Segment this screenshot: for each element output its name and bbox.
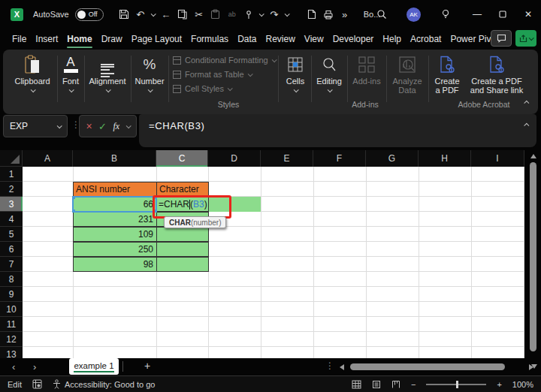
close-button[interactable]: ✕ <box>515 0 541 29</box>
cell-c6[interactable] <box>156 242 209 257</box>
cut-icon[interactable]: ✂ <box>191 5 207 23</box>
row-header-12[interactable]: 12 <box>0 332 23 347</box>
clipboard-group-button[interactable]: Clipboard <box>9 53 56 92</box>
font-group-button[interactable]: A Font <box>59 53 83 92</box>
formula-bar-input[interactable]: =CHAR(B3) <box>139 114 536 147</box>
macro-record-icon[interactable] <box>32 379 42 389</box>
cell-c2[interactable]: Character <box>156 182 209 197</box>
expand-formula-bar-icon[interactable] <box>524 123 529 128</box>
zoom-slider-knob[interactable] <box>456 381 458 388</box>
insert-function-dropdown-icon[interactable] <box>125 123 131 128</box>
page-layout-view-icon[interactable] <box>372 380 381 389</box>
horizontal-scrollbar[interactable] <box>340 363 533 370</box>
cell-b6[interactable]: 250 <box>73 242 157 257</box>
cell-c7[interactable] <box>156 257 209 272</box>
page-break-view-icon[interactable] <box>391 380 400 389</box>
row-header-13[interactable]: 13 <box>0 347 23 358</box>
scroll-left-icon[interactable] <box>340 364 344 370</box>
autosave-toggle[interactable]: Off <box>75 8 104 21</box>
cancel-entry-icon[interactable]: × <box>86 120 92 132</box>
column-header-a[interactable]: A <box>23 150 73 167</box>
maximize-button[interactable] <box>490 0 515 29</box>
column-header-i[interactable]: I <box>471 150 524 167</box>
tab-home[interactable]: Home <box>67 34 92 44</box>
tab-insert[interactable]: Insert <box>35 34 58 44</box>
print-icon[interactable] <box>320 5 337 23</box>
enter-entry-icon[interactable]: ✓ <box>98 121 107 132</box>
tab-page-layout[interactable]: Page Layout <box>131 34 182 44</box>
zoom-slider[interactable] <box>426 384 486 385</box>
row-header-9[interactable]: 9 <box>0 287 23 302</box>
tab-draw[interactable]: Draw <box>101 34 122 44</box>
tab-review[interactable]: Review <box>265 34 295 44</box>
sheet-tab-example-1[interactable]: example 1 <box>69 358 119 375</box>
copy-icon[interactable] <box>174 5 191 23</box>
zoom-level[interactable]: 100% <box>512 380 533 389</box>
cell-b7[interactable]: 98 <box>73 257 157 272</box>
select-all-corner[interactable] <box>0 150 23 167</box>
zoom-out-button[interactable]: − <box>411 380 416 389</box>
row-header-6[interactable]: 6 <box>0 242 23 257</box>
row-header-10[interactable]: 10 <box>0 302 23 317</box>
excel-logo-icon[interactable]: X <box>11 8 23 21</box>
normal-view-icon[interactable] <box>352 380 361 389</box>
tab-developer[interactable]: Developer <box>333 34 374 44</box>
row-header-1[interactable]: 1 <box>0 167 23 182</box>
redo-dropdown-icon[interactable] <box>283 5 292 23</box>
cells-group-button[interactable]: Cells <box>281 53 310 92</box>
row-header-5[interactable]: 5 <box>0 227 23 242</box>
column-header-f[interactable]: F <box>313 150 366 167</box>
touch-mode-icon[interactable] <box>240 5 257 23</box>
create-pdf-button[interactable]: Createa PDF <box>430 53 464 95</box>
add-sheet-button[interactable]: + <box>144 360 150 372</box>
new-file-icon[interactable] <box>304 5 320 23</box>
vertical-scrollbar[interactable] <box>527 150 539 358</box>
search-icon[interactable] <box>373 5 390 23</box>
prev-sheet-icon[interactable]: ‹ <box>12 361 15 372</box>
column-header-b[interactable]: B <box>73 150 156 167</box>
cell-b2[interactable]: ANSI number <box>73 182 157 197</box>
qat-overflow-icon[interactable]: » <box>337 5 353 23</box>
back-icon[interactable]: ← <box>158 5 174 23</box>
column-header-e[interactable]: E <box>261 150 313 167</box>
editing-group-button[interactable]: Editing <box>313 53 346 92</box>
redo-icon[interactable]: ↷ <box>266 5 283 23</box>
tab-help[interactable]: Help <box>382 34 401 44</box>
scroll-up-icon[interactable] <box>530 154 536 158</box>
tab-file[interactable]: File <box>12 34 26 44</box>
collapse-ribbon-icon[interactable] <box>524 101 529 106</box>
create-pdf-share-link-button[interactable]: Create a PDFand Share link <box>466 53 527 95</box>
undo-dropdown-icon[interactable] <box>149 5 158 23</box>
undo-icon[interactable]: ↶ <box>132 5 149 23</box>
comments-button[interactable] <box>491 30 512 47</box>
name-box-dropdown-icon[interactable] <box>57 123 62 128</box>
minimize-button[interactable]: — <box>464 0 490 29</box>
save-icon[interactable] <box>116 5 132 23</box>
column-header-d[interactable]: D <box>208 150 261 167</box>
column-header-h[interactable]: H <box>419 150 471 167</box>
tab-data[interactable]: Data <box>237 34 256 44</box>
scroll-down-icon[interactable] <box>531 364 537 369</box>
row-header-3[interactable]: 3 <box>0 197 23 212</box>
row-header-11[interactable]: 11 <box>0 317 23 332</box>
cell-b4[interactable]: 231 <box>73 212 157 227</box>
row-header-4[interactable]: 4 <box>0 212 23 227</box>
number-group-button[interactable]: % Number <box>132 53 167 92</box>
vertical-scrollbar-thumb[interactable] <box>530 162 536 351</box>
account-avatar[interactable]: AK <box>407 8 421 22</box>
row-header-7[interactable]: 7 <box>0 257 23 272</box>
tab-formulas[interactable]: Formulas <box>191 34 228 44</box>
cell-c5[interactable] <box>156 227 209 242</box>
lightbulb-icon[interactable] <box>437 5 454 23</box>
horizontal-scrollbar-thumb[interactable] <box>350 363 505 370</box>
column-header-c[interactable]: C <box>156 150 208 167</box>
column-header-g[interactable]: G <box>366 150 419 167</box>
tab-acrobat[interactable]: Acrobat <box>410 34 441 44</box>
alignment-group-button[interactable]: Alignment <box>86 53 129 92</box>
cell-b5[interactable]: 109 <box>73 227 157 242</box>
row-header-8[interactable]: 8 <box>0 272 23 287</box>
name-box[interactable]: EXP <box>3 115 68 137</box>
next-sheet-icon[interactable]: › <box>33 361 36 372</box>
touch-mode-dropdown-icon[interactable] <box>257 5 266 23</box>
accessibility-status[interactable]: Accessibility: Good to go <box>53 379 155 389</box>
